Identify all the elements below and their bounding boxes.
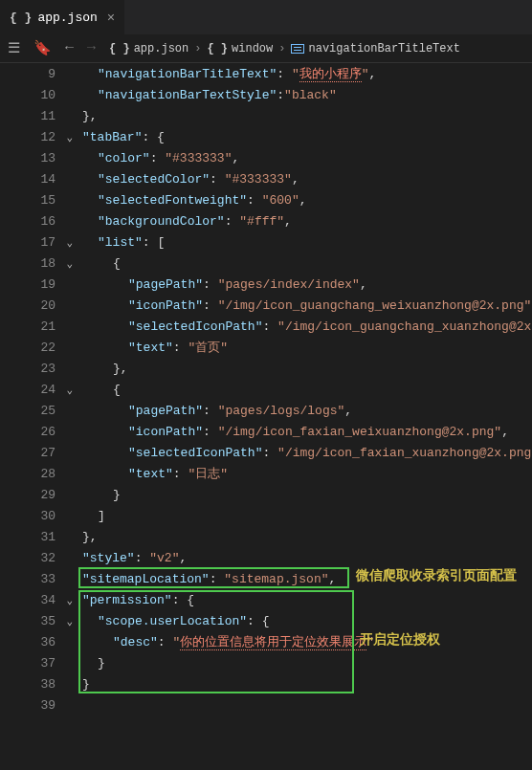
fold-icon[interactable]: ⌄ [66, 384, 73, 396]
fold-icon[interactable]: ⌄ [66, 257, 73, 270]
fold-icon[interactable]: ⌄ [66, 594, 73, 606]
breadcrumb-section: window [232, 42, 273, 55]
tab-filename: app.json [37, 11, 97, 25]
back-icon[interactable]: ← [65, 40, 74, 56]
key-icon [291, 44, 304, 54]
breadcrumb-file: app.json [134, 42, 189, 55]
json-file-icon: { } [10, 11, 32, 25]
editor-toolbar: ☰ 🔖 ← → { }app.json › { }window › naviga… [0, 34, 532, 63]
list-icon[interactable]: ☰ [8, 39, 20, 57]
breadcrumb-key: navigationBarTitleText [308, 42, 459, 55]
annotation-permission: 开启定位授权 [360, 631, 440, 649]
breadcrumb[interactable]: { }app.json › { }window › navigationBarT… [109, 42, 460, 55]
json-file-icon: { } [109, 42, 130, 55]
object-icon: { } [207, 42, 228, 55]
annotation-sitemap: 微信爬取收录索引页面配置 [356, 567, 517, 584]
fold-icon[interactable]: ⌄ [66, 236, 73, 249]
code-editor[interactable]: 9 10 11 12⌄ 13 14 15 16 17⌄ 18⌄ 19 20 21… [0, 63, 532, 770]
line-gutter: 9 10 11 12⌄ 13 14 15 16 17⌄ 18⌄ 19 20 21… [0, 63, 75, 770]
bookmark-icon[interactable]: 🔖 [33, 39, 52, 57]
tab-bar: { } app.json × [0, 0, 532, 34]
close-icon[interactable]: × [107, 11, 115, 26]
fold-icon[interactable]: ⌄ [66, 615, 73, 627]
code-content[interactable]: "navigationBarTitleText": "我的小程序", "navi… [75, 63, 532, 770]
fold-icon[interactable]: ⌄ [66, 131, 73, 143]
chevron-right-icon: › [194, 42, 201, 55]
tab-app-json[interactable]: { } app.json × [0, 0, 124, 34]
chevron-right-icon: › [278, 42, 285, 55]
forward-icon[interactable]: → [87, 40, 96, 56]
